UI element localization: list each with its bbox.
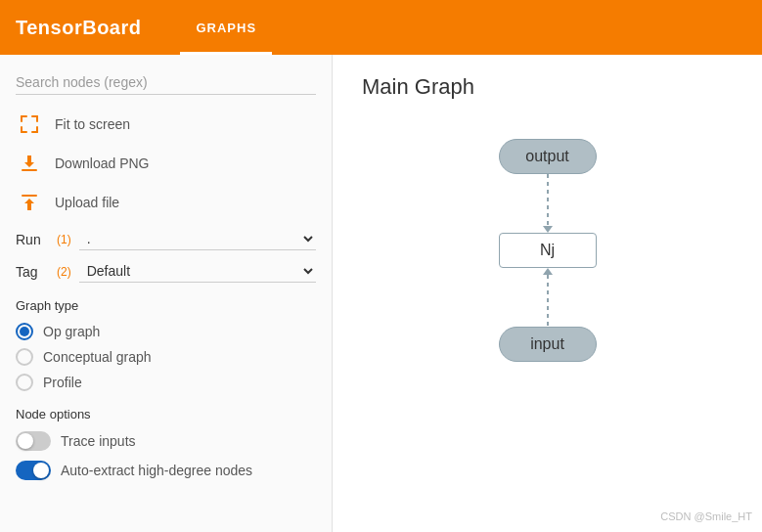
download-png-button[interactable]: Download PNG [16,150,316,177]
tag-label: Tag [16,264,55,280]
radio-op-graph-circle [16,323,33,340]
upload-file-label: Upload file [55,195,119,210]
app-header: TensorBoard GRAPHS [0,0,762,55]
tag-select[interactable]: Default [79,260,316,283]
radio-conceptual-graph[interactable]: Conceptual graph [16,348,316,366]
auto-extract-toggle[interactable] [16,461,51,480]
svg-rect-9 [22,195,37,197]
trace-inputs-row: Trace inputs [16,431,316,451]
run-row: Run (1) . [16,228,316,250]
watermark: CSDN @Smile_HT [660,510,752,522]
upload-icon [16,189,43,216]
input-node[interactable]: input [499,327,597,362]
fit-to-screen-button[interactable]: Fit to screen [16,111,316,138]
graph-content: Main Graph output Nj input [333,55,762,532]
arrow-up-1 [543,268,553,275]
radio-profile-label: Profile [43,375,82,390]
radio-profile-circle [16,374,33,391]
radio-conceptual-graph-circle [16,348,33,366]
graph-type-group: Op graph Conceptual graph Profile [16,323,316,391]
tag-count: (2) [57,265,71,279]
nj-node[interactable]: Nj [499,233,597,268]
node-options-section-title: Node options [16,407,316,421]
auto-extract-knob [33,463,49,478]
edge-output-nj [543,174,553,233]
graph-title: Main Graph [362,74,733,100]
edge-line-2 [547,275,549,327]
svg-rect-5 [21,126,22,133]
nav-item-graphs[interactable]: GRAPHS [180,0,272,55]
radio-op-graph[interactable]: Op graph [16,323,316,340]
radio-conceptual-graph-label: Conceptual graph [43,349,152,365]
run-select[interactable]: . [79,228,316,250]
fit-to-screen-icon [16,111,43,138]
trace-inputs-toggle[interactable] [16,431,51,451]
svg-rect-8 [22,169,37,171]
graph-type-section-title: Graph type [16,298,316,313]
radio-op-graph-label: Op graph [43,324,100,339]
tag-row: Tag (2) Default [16,260,316,283]
svg-rect-3 [36,115,38,122]
svg-rect-1 [21,115,22,122]
graph-visualization: output Nj input [362,129,733,362]
download-icon [16,150,43,177]
radio-profile[interactable]: Profile [16,374,316,391]
edge-nj-input [543,268,553,327]
run-label: Run [16,232,55,247]
upload-file-button[interactable]: Upload file [16,189,316,216]
auto-extract-row: Auto-extract high-degree nodes [16,461,316,480]
fit-to-screen-label: Fit to screen [55,116,130,132]
trace-inputs-knob [18,433,33,449]
download-png-label: Download PNG [55,155,150,171]
svg-rect-7 [36,126,38,133]
header-nav: GRAPHS [180,0,272,55]
output-node[interactable]: output [499,139,597,174]
search-input[interactable] [16,70,316,95]
sidebar: Fit to screen Download PNG Upload file [0,55,333,532]
main-layout: Fit to screen Download PNG Upload file [0,55,762,532]
run-count: (1) [57,233,71,246]
trace-inputs-label: Trace inputs [61,433,136,449]
auto-extract-label: Auto-extract high-degree nodes [61,463,252,478]
arrow-down-1 [543,226,553,233]
edge-line-1 [547,174,549,226]
app-logo: TensorBoard [16,17,141,39]
